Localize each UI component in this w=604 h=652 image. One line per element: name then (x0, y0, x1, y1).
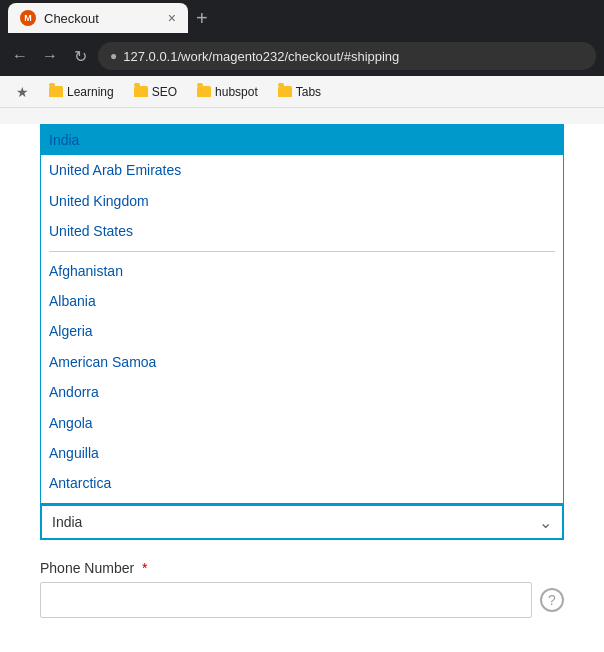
folder-icon-seo (134, 86, 148, 97)
option-antigua[interactable]: Antigua & Barbuda (41, 499, 563, 504)
tab-close-button[interactable]: × (168, 10, 176, 26)
required-marker: * (142, 560, 147, 576)
option-india[interactable]: India (41, 125, 563, 155)
lock-icon: ● (110, 49, 117, 63)
magento-icon: M (20, 10, 36, 26)
option-algeria[interactable]: Algeria (41, 316, 563, 346)
dropdown-chevron-icon: ⌄ (539, 513, 552, 532)
dropdown-divider (49, 251, 555, 252)
option-anguilla[interactable]: Anguilla (41, 438, 563, 468)
option-angola[interactable]: Angola (41, 408, 563, 438)
bookmark-learning-label: Learning (67, 85, 114, 99)
phone-number-input[interactable] (40, 582, 532, 618)
bookmarks-star-icon[interactable]: ★ (8, 82, 37, 102)
option-uk[interactable]: United Kingdom (41, 186, 563, 216)
phone-help-icon[interactable]: ? (540, 588, 564, 612)
option-uae[interactable]: United Arab Emirates (41, 155, 563, 185)
bookmark-hubspot[interactable]: hubspot (189, 83, 266, 101)
address-bar[interactable]: ● 127.0.0.1/work/magento232/checkout/#sh… (98, 42, 596, 70)
new-tab-button[interactable]: + (196, 7, 208, 30)
bookmark-seo-label: SEO (152, 85, 177, 99)
title-bar: M Checkout × + (0, 0, 604, 36)
page-content: India United Arab Emirates United Kingdo… (0, 124, 604, 652)
bookmark-hubspot-label: hubspot (215, 85, 258, 99)
country-dropdown-selected[interactable]: India ⌄ (40, 504, 564, 540)
browser-tab[interactable]: M Checkout × (8, 3, 188, 33)
bookmark-tabs[interactable]: Tabs (270, 83, 329, 101)
selected-country-value: India (52, 514, 82, 530)
forward-button[interactable]: → (38, 44, 62, 68)
country-dropdown-list[interactable]: India United Arab Emirates United Kingdo… (40, 124, 564, 504)
phone-input-row: ? (40, 582, 564, 618)
folder-icon-learning (49, 86, 63, 97)
option-antarctica[interactable]: Antarctica (41, 468, 563, 498)
option-andorra[interactable]: Andorra (41, 377, 563, 407)
country-dropdown-container: India United Arab Emirates United Kingdo… (40, 124, 564, 540)
help-icon-symbol: ? (548, 592, 556, 608)
url-text: 127.0.0.1/work/magento232/checkout/#ship… (123, 49, 399, 64)
back-button[interactable]: ← (8, 44, 32, 68)
folder-icon-tabs (278, 86, 292, 97)
bookmarks-bar: ★ Learning SEO hubspot Tabs (0, 76, 604, 108)
refresh-button[interactable]: ↻ (68, 44, 92, 68)
phone-label: Phone Number * (40, 560, 564, 576)
address-bar-row: ← → ↻ ● 127.0.0.1/work/magento232/checko… (0, 36, 604, 76)
phone-number-section: Phone Number * ? (40, 560, 564, 618)
bookmark-seo[interactable]: SEO (126, 83, 185, 101)
bookmark-tabs-label: Tabs (296, 85, 321, 99)
option-us[interactable]: United States (41, 216, 563, 246)
tab-title: Checkout (44, 11, 99, 26)
bookmark-learning[interactable]: Learning (41, 83, 122, 101)
option-albania[interactable]: Albania (41, 286, 563, 316)
option-afghanistan[interactable]: Afghanistan (41, 256, 563, 286)
folder-icon-hubspot (197, 86, 211, 97)
option-american-samoa[interactable]: American Samoa (41, 347, 563, 377)
phone-label-text: Phone Number (40, 560, 134, 576)
